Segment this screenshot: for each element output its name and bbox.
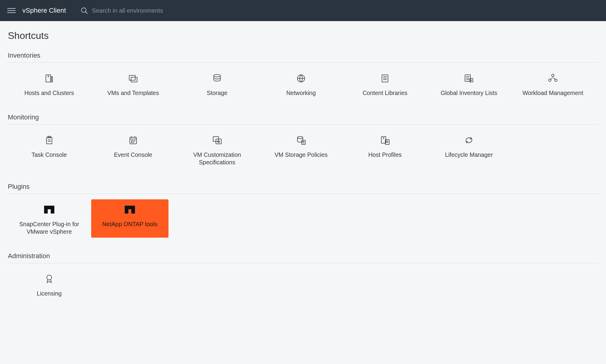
global-search[interactable] [80, 7, 218, 14]
shortcut-label: NetApp ONTAP tools [102, 220, 157, 228]
shortcut-vm-storage-policies[interactable]: VM Storage Policies [259, 130, 343, 168]
menu-button[interactable] [7, 6, 16, 15]
shortcut-label: Workload Management [522, 89, 583, 97]
section-title-inventories: Inventories [7, 52, 599, 63]
shortcut-vm-customization-specifications[interactable]: VM Customization Specifications [175, 130, 259, 168]
section-title-monitoring: Monitoring [7, 113, 599, 125]
svg-point-20 [552, 74, 554, 77]
svg-rect-3 [51, 77, 53, 82]
storage-icon [212, 72, 223, 85]
lifecycle-manager-icon [463, 134, 474, 147]
shortcut-label: Hosts and Clusters [24, 89, 74, 97]
shortcut-label: VMs and Templates [107, 89, 159, 97]
page-content: Shortcuts Inventories Hosts and Clusters [0, 21, 606, 332]
svg-rect-23 [46, 137, 52, 144]
hosts-clusters-icon [44, 72, 55, 85]
shortcut-workload-management[interactable]: Workload Management [511, 68, 595, 99]
shortcut-licensing[interactable]: Licensing [7, 269, 91, 299]
shortcut-netapp-ontap-tools[interactable]: NetApp ONTAP tools [91, 199, 168, 238]
shortcut-content-libraries[interactable]: Content Libraries [343, 68, 427, 99]
shortcut-label: SnapCenter Plug-in for VMware vSphere [13, 220, 85, 235]
topbar: vSphere Client [0, 0, 606, 21]
shortcut-host-profiles[interactable]: Host Profiles [343, 130, 427, 168]
shortcut-label: Global Inventory Lists [441, 89, 497, 97]
networking-icon [296, 72, 306, 85]
shortcut-label: VM Storage Policies [274, 151, 328, 158]
svg-point-35 [133, 142, 133, 143]
page-title: Shortcuts [8, 30, 599, 41]
svg-point-38 [297, 137, 303, 139]
svg-point-7 [214, 74, 220, 77]
shortcut-hosts-and-clusters[interactable]: Hosts and Clusters [7, 68, 91, 99]
shortcut-storage[interactable]: Storage [175, 68, 259, 99]
workload-management-icon [547, 72, 558, 85]
content-libraries-icon [380, 72, 390, 85]
section-title-plugins: Plugins [7, 183, 599, 194]
svg-point-43 [383, 138, 384, 139]
svg-point-33 [134, 141, 135, 141]
shortcut-label: Event Console [114, 151, 152, 158]
shortcut-label: Storage [207, 89, 227, 97]
vm-storage-policies-icon [296, 134, 306, 147]
shortcut-global-inventory-lists[interactable]: Global Inventory Lists [427, 68, 511, 99]
vm-customization-icon [212, 134, 223, 147]
section-plugins: Plugins SnapCenter Plug-in for VMware vS… [7, 183, 599, 238]
shortcut-vms-and-templates[interactable]: VMs and Templates [91, 68, 175, 99]
section-title-administration: Administration [7, 252, 599, 263]
shortcut-label: Networking [286, 89, 316, 97]
vms-templates-icon [128, 72, 139, 85]
svg-point-32 [133, 141, 133, 141]
svg-point-34 [131, 142, 132, 143]
task-console-icon [44, 134, 55, 147]
shortcut-label: Content Libraries [363, 89, 408, 97]
section-administration: Administration Licensing [7, 252, 599, 299]
brand-title: vSphere Client [22, 7, 66, 14]
search-icon [80, 7, 88, 14]
licensing-icon [44, 272, 55, 286]
svg-point-4 [48, 76, 49, 77]
shortcut-event-console[interactable]: Event Console [91, 130, 175, 168]
svg-point-47 [47, 275, 52, 280]
search-input[interactable] [91, 7, 218, 14]
shortcut-label: Host Profiles [368, 151, 402, 158]
netapp-icon [44, 203, 54, 216]
shortcut-snapcenter-plugin[interactable]: SnapCenter Plug-in for VMware vSphere [7, 199, 91, 238]
shortcut-lifecycle-manager[interactable]: Lifecycle Manager [427, 130, 511, 168]
shortcut-label: VM Customization Specifications [181, 151, 253, 166]
section-inventories: Inventories Hosts and Clusters [7, 52, 599, 99]
svg-point-31 [131, 141, 132, 141]
section-monitoring: Monitoring Task Console [7, 113, 599, 168]
svg-rect-39 [302, 140, 305, 144]
global-inventory-icon [463, 72, 474, 85]
shortcut-label: Task Console [31, 151, 67, 158]
event-console-icon [128, 134, 139, 147]
svg-point-0 [82, 8, 86, 12]
shortcut-networking[interactable]: Networking [259, 68, 343, 99]
shortcut-task-console[interactable]: Task Console [7, 130, 91, 168]
svg-rect-6 [131, 77, 137, 82]
shortcut-label: Lifecycle Manager [445, 151, 493, 158]
host-profiles-icon [380, 134, 390, 147]
netapp-icon [125, 203, 135, 216]
shortcut-label: Licensing [37, 290, 62, 297]
svg-rect-5 [129, 75, 135, 80]
svg-line-1 [86, 12, 88, 14]
